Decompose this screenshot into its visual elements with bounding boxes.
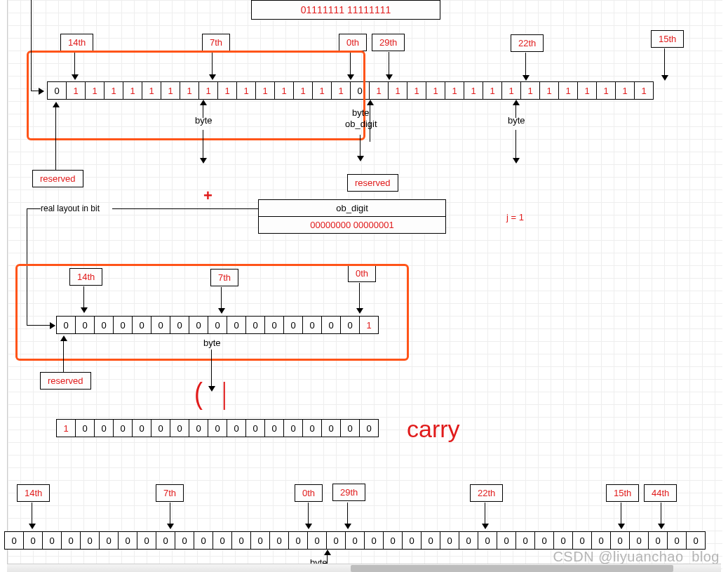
bit-cell: 0 bbox=[307, 531, 327, 550]
bit-cell: 0 bbox=[402, 531, 422, 550]
bit-cell: 0 bbox=[227, 419, 246, 437]
horizontal-scrollbar[interactable] bbox=[7, 564, 721, 572]
bit-cell: 0 bbox=[610, 531, 630, 550]
bit-cell: 0 bbox=[321, 419, 341, 437]
marker-0th: 0th bbox=[295, 484, 323, 502]
bit-cell: 0 bbox=[175, 531, 194, 550]
bit-cell: 0 bbox=[4, 531, 24, 550]
bit-cell: 0 bbox=[118, 531, 137, 550]
bit-cell: 0 bbox=[440, 531, 459, 550]
bit-cell: 0 bbox=[245, 419, 265, 437]
bit-cell: 0 bbox=[648, 531, 668, 550]
bit-cell: 0 bbox=[359, 419, 379, 437]
connector bbox=[31, 0, 32, 91]
bit-cell: 0 bbox=[94, 419, 114, 437]
bit-cell: 0 bbox=[288, 531, 308, 550]
bit-cell: 0 bbox=[515, 531, 535, 550]
bit-cell: 0 bbox=[23, 531, 43, 550]
real-layout-label: real layout in bit bbox=[41, 204, 100, 213]
marker-22th: 22th bbox=[511, 34, 544, 52]
ob-digit-value: 00000000 00000001 bbox=[258, 217, 446, 234]
bit-cell: 1 bbox=[501, 81, 521, 100]
paren-icon: | bbox=[222, 376, 227, 411]
marker-22th: 22th bbox=[470, 484, 503, 502]
byte-label: byte bbox=[195, 115, 213, 126]
bit-cell: 1 bbox=[407, 81, 426, 100]
ob-digit-box: ob_digit 00000000 00000001 bbox=[258, 199, 446, 234]
bit-cell: 0 bbox=[213, 531, 232, 550]
bit-cell: 0 bbox=[383, 531, 403, 550]
orange-highlight-1 bbox=[27, 51, 365, 140]
bit-cell: 1 bbox=[464, 81, 483, 100]
marker-14th: 14th bbox=[60, 34, 93, 51]
bit-cell: 0 bbox=[132, 419, 151, 437]
bit-cell: 1 bbox=[558, 81, 578, 100]
bit-cell: 1 bbox=[539, 81, 559, 100]
byte-obdigit-label-line1: byte bbox=[352, 107, 370, 118]
bit-cell: 0 bbox=[364, 531, 384, 550]
j-label: j = 1 bbox=[506, 212, 524, 222]
bit-cell: 0 bbox=[572, 531, 592, 550]
connector bbox=[27, 208, 41, 209]
watermark: CSDN @liyuanchao_blog bbox=[553, 549, 720, 565]
bit-cell: 0 bbox=[61, 531, 81, 550]
bit-cell: 0 bbox=[591, 531, 611, 550]
bit-cell: 0 bbox=[667, 531, 687, 550]
connector bbox=[63, 365, 64, 372]
bit-cell: 1 bbox=[388, 81, 407, 100]
carry-label: carry bbox=[407, 415, 460, 443]
marker-15th: 15th bbox=[651, 30, 684, 48]
bit-cell: 1 bbox=[577, 81, 597, 100]
marker-15th: 15th bbox=[606, 484, 639, 502]
marker-7th: 7th bbox=[156, 484, 184, 502]
bit-cell: 1 bbox=[615, 81, 635, 100]
bit-cell: 0 bbox=[231, 531, 251, 550]
bit-cell: 0 bbox=[170, 419, 189, 437]
bit-cell: 0 bbox=[534, 531, 554, 550]
bit-cell: 0 bbox=[156, 531, 175, 550]
bit-cell: 0 bbox=[497, 531, 516, 550]
bit-cell: 0 bbox=[478, 531, 497, 550]
reserved-box: reserved bbox=[347, 174, 398, 192]
bit-cell: 0 bbox=[137, 531, 156, 550]
bit-cell: 0 bbox=[345, 531, 365, 550]
bit-cell: 0 bbox=[151, 419, 170, 437]
arrow-icon bbox=[31, 91, 43, 91]
bit-cell: 0 bbox=[629, 531, 649, 550]
reserved-box: reserved bbox=[32, 170, 83, 187]
marker-29th: 29th bbox=[372, 34, 405, 51]
bit-cell: 0 bbox=[250, 531, 270, 550]
plus-sign: + bbox=[203, 187, 213, 205]
marker-29th: 29th bbox=[332, 484, 365, 501]
bit-cell: 1 bbox=[56, 419, 76, 437]
bit-row-4: 0000000000000000000000000000000000000 bbox=[4, 531, 706, 550]
bit-cell: 0 bbox=[340, 419, 360, 437]
bit-cell: 0 bbox=[283, 419, 303, 437]
connector bbox=[112, 208, 258, 209]
reserved-box: reserved bbox=[40, 372, 91, 390]
bit-cell: 0 bbox=[686, 531, 706, 550]
bit-cell: 0 bbox=[421, 531, 440, 550]
bit-cell: 1 bbox=[634, 81, 654, 100]
bit-cell: 0 bbox=[264, 419, 284, 437]
marker-44th: 44th bbox=[644, 484, 677, 502]
bit-cell: 0 bbox=[194, 531, 213, 550]
bit-cell: 0 bbox=[269, 531, 289, 550]
bit-cell: 1 bbox=[369, 81, 389, 100]
bit-cell: 0 bbox=[42, 531, 62, 550]
bit-cell: 0 bbox=[459, 531, 478, 550]
bit-cell: 0 bbox=[113, 419, 133, 437]
bit-cell: 0 bbox=[208, 419, 227, 437]
bit-row-3: 10000000000000000 bbox=[56, 419, 379, 437]
bit-cell: 0 bbox=[326, 531, 346, 550]
bit-cell: 1 bbox=[445, 81, 464, 100]
byte-label: byte bbox=[203, 338, 221, 348]
bit-cell: 1 bbox=[520, 81, 540, 100]
bit-cell: 0 bbox=[553, 531, 573, 550]
bit-cell: 0 bbox=[75, 419, 95, 437]
marker-0th: 0th bbox=[339, 34, 367, 51]
paren-icon: ( bbox=[194, 376, 203, 411]
scrollbar-thumb[interactable] bbox=[351, 565, 673, 572]
bit-cell: 1 bbox=[426, 81, 445, 100]
marker-7th: 7th bbox=[202, 34, 230, 51]
